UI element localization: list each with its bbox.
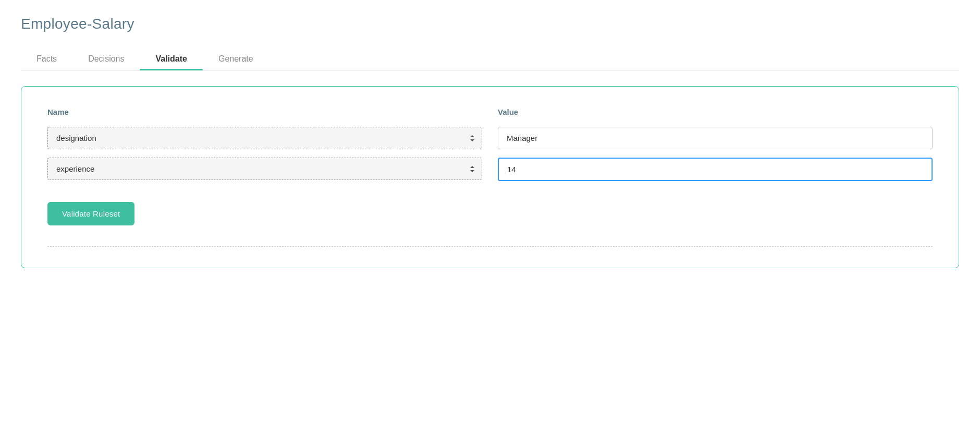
validate-card: Name Value designation experience Valida… xyxy=(21,86,959,268)
name-column: designation experience xyxy=(47,127,482,181)
value-column-header: Value xyxy=(498,108,933,116)
page-title: Employee-Salary xyxy=(21,16,959,32)
tab-validate[interactable]: Validate xyxy=(140,48,202,70)
designation-value-input[interactable] xyxy=(498,127,933,149)
validate-ruleset-button[interactable]: Validate Ruleset xyxy=(47,202,134,225)
tab-facts[interactable]: Facts xyxy=(21,48,72,70)
tab-generate[interactable]: Generate xyxy=(203,48,269,70)
name-column-header: Name xyxy=(47,108,482,116)
experience-value-input[interactable] xyxy=(498,158,933,181)
card-divider xyxy=(47,246,933,247)
form-grid: designation experience xyxy=(47,127,933,181)
tabs-nav: Facts Decisions Validate Generate xyxy=(21,48,959,70)
value-column xyxy=(498,127,933,181)
tab-decisions[interactable]: Decisions xyxy=(72,48,140,70)
designation-select[interactable]: designation xyxy=(47,127,482,149)
experience-select[interactable]: experience xyxy=(47,158,482,180)
